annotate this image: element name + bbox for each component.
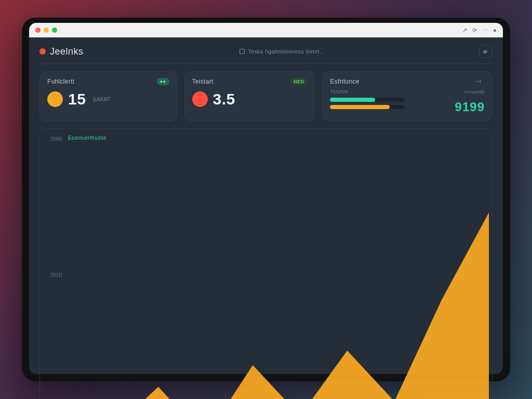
metric-card-3-bar1-fill xyxy=(330,98,375,102)
sys-icon-4[interactable]: ● xyxy=(493,27,497,34)
metric-card-3[interactable]: Esfritunce +4 75SRIR Amunnth 919 xyxy=(322,71,493,121)
metric-card-1-value: 15 xyxy=(68,90,86,108)
metric-card-2-badge: NED xyxy=(290,78,308,85)
metric-card-1-sub: EAKRT xyxy=(93,97,110,102)
header-actions: ⛯ xyxy=(479,45,493,58)
zoom-traffic-light[interactable] xyxy=(52,28,57,33)
metric-card-3-badge: +4 xyxy=(473,78,485,85)
brand[interactable]: Jeelnks xyxy=(39,46,84,57)
y-tick: 2066 xyxy=(45,136,62,142)
chart-area-orange xyxy=(64,212,489,399)
app-root: Jeelnks Tesks hgahminoness tnmrl.. ⛯ Fuh… xyxy=(29,37,503,374)
doc-icon xyxy=(240,49,245,54)
brand-name: Jeelnks xyxy=(50,46,84,57)
metric-card-3-bar1 xyxy=(330,98,405,102)
metric-card-2-dot-icon xyxy=(192,91,208,107)
metric-card-3-left-label: 75SRIR xyxy=(330,89,405,95)
header-subtitle: Tesks hgahminoness tnmrl.. xyxy=(240,48,323,55)
chart-series-label: Essnluerthsstie xyxy=(68,135,107,141)
metric-card-2[interactable]: Teistart NED 3.5 xyxy=(184,71,315,121)
metric-card-3-value: 9199 xyxy=(410,100,485,114)
sys-icon-1[interactable]: ↗ xyxy=(462,27,467,34)
user-icon: ⛯ xyxy=(482,48,489,56)
device-frame: ↗ ⟳ ⋯ ● Jeelnks Tesks hgahminoness tnmrl… xyxy=(22,18,510,381)
metric-card-3-title: Esfritunce xyxy=(330,78,485,85)
user-menu-button[interactable]: ⛯ xyxy=(479,45,493,58)
metric-card-1-dot-icon xyxy=(47,91,63,107)
minimize-traffic-light[interactable] xyxy=(44,28,49,33)
brand-dot-icon xyxy=(39,48,46,55)
chart-plot-area[interactable]: Essnluerthsstie wrim hrore 10ma 1tub 1li… xyxy=(64,134,489,399)
metric-card-3-bar2-fill xyxy=(330,105,390,109)
window-titlebar: ↗ ⟳ ⋯ ● xyxy=(29,23,503,37)
metric-card-1-title: Fuhlclertt xyxy=(47,78,169,85)
traffic-lights xyxy=(35,28,57,33)
metric-card-3-right-label: Amunnth xyxy=(410,89,485,95)
titlebar-system-icons: ↗ ⟳ ⋯ ● xyxy=(462,27,497,34)
y-tick: 2010 xyxy=(45,272,62,278)
metric-card-2-value: 3.5 xyxy=(213,90,235,108)
main-chart: 2066 2010 00 91 Essnluerthsstie wrim hro… xyxy=(39,128,493,399)
sys-icon-2[interactable]: ⟳ xyxy=(472,27,477,34)
top-metric-row: Fuhlclertt ●● 15 EAKRT Teistart NED 3.5 xyxy=(39,71,493,121)
chart-y-axis: 2066 2010 00 91 xyxy=(43,134,64,399)
metric-card-3-bar2 xyxy=(330,105,405,109)
metric-card-1-badge: ●● xyxy=(157,78,169,85)
metric-card-1[interactable]: Fuhlclertt ●● 15 EAKRT xyxy=(39,71,177,121)
close-traffic-light[interactable] xyxy=(35,28,41,33)
sys-icon-3[interactable]: ⋯ xyxy=(482,27,488,34)
chart-svg xyxy=(64,134,489,399)
app-header: Jeelnks Tesks hgahminoness tnmrl.. ⛯ xyxy=(39,45,493,64)
header-subtitle-text: Tesks hgahminoness tnmrl.. xyxy=(248,48,323,55)
